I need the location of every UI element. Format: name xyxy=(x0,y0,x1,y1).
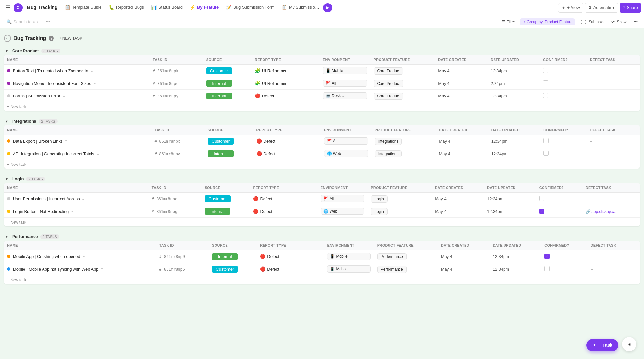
env-text: Web xyxy=(333,151,341,156)
confirmed-cell[interactable]: ✓ xyxy=(536,205,582,218)
table-row[interactable]: Button Text | Truncated when Zoomed In ≡… xyxy=(4,65,640,77)
confirmed-checkbox[interactable] xyxy=(543,151,549,156)
confirmed-checkbox[interactable] xyxy=(539,196,544,201)
task-table-core-product: NAME TASK ID SOURCE REPORT TYPE ENVIRONM… xyxy=(4,55,640,111)
defect-task-link[interactable]: 🔗 app.clickup.c… xyxy=(586,209,618,214)
group-section-integrations: ▾ Integrations 2 TASKS NAME TASK ID SOUR… xyxy=(4,116,640,169)
sidebar-toggle[interactable]: ☰ xyxy=(3,3,13,13)
date-updated-value: 12:34pm xyxy=(487,196,504,201)
confirmed-cell[interactable] xyxy=(540,147,587,160)
table-row[interactable]: Mobile App | Crashing when opened ≡ # 86… xyxy=(4,250,640,263)
feature-badge: Performance xyxy=(377,266,407,273)
group-header-integrations[interactable]: ▾ Integrations 2 TASKS xyxy=(4,116,640,125)
task-menu-icon[interactable]: ≡ xyxy=(82,197,84,201)
table-row[interactable]: API Integration | Generating Incorrect T… xyxy=(4,147,640,160)
task-name-text: Navigation Menu | Inconsistent Font Size… xyxy=(13,81,91,86)
group-by-button[interactable]: ⊙ Group by: Product Feature xyxy=(520,18,575,25)
table-row[interactable]: Forms | Submission Error ≡ # 861mr8npy I… xyxy=(4,90,640,102)
page-title: Bug Tracking xyxy=(14,35,46,41)
environment-cell: 📱 Mobile xyxy=(324,250,374,263)
report-type-icon: 🧩 xyxy=(255,68,260,73)
page-collapse-button[interactable]: ○ xyxy=(4,35,11,42)
fab-dots-button[interactable]: ⊞ xyxy=(622,337,636,351)
filter-button[interactable]: ☰ Filter xyxy=(499,18,518,25)
group-section-core-product: ▾ Core Product 3 TASKS NAME TASK ID SOUR… xyxy=(4,46,640,111)
more-options-button[interactable]: ••• xyxy=(631,18,640,25)
confirmed-checkbox[interactable]: ✓ xyxy=(544,254,550,259)
view-button[interactable]: ＋ + View xyxy=(558,3,583,13)
confirmed-checkbox[interactable] xyxy=(543,138,549,143)
group-count-core-product: 3 TASKS xyxy=(41,49,60,53)
task-menu-icon[interactable]: ≡ xyxy=(63,94,65,98)
group-header-performance[interactable]: ▾ Performance 2 TASKS xyxy=(4,232,640,241)
nav-expand-btn[interactable]: ▶ xyxy=(323,3,332,12)
search-box[interactable]: 🔍 Search tasks... ••• xyxy=(4,18,53,25)
nav-tab-by-feature[interactable]: ⚡ By Feature xyxy=(187,0,222,15)
confirmed-cell[interactable] xyxy=(541,263,587,275)
fab-task-button[interactable]: ＋ + Task xyxy=(586,339,618,351)
confirmed-cell[interactable] xyxy=(536,193,582,205)
nav-tab-template-guide[interactable]: 📋 Template Guide xyxy=(62,0,105,15)
date-updated-value: 2:24pm xyxy=(491,81,505,86)
report-type-icon: 🔴 xyxy=(256,138,262,144)
group-name-login: Login xyxy=(12,176,24,181)
task-menu-icon[interactable]: ≡ xyxy=(101,267,103,271)
confirmed-cell[interactable] xyxy=(540,65,587,77)
confirmed-cell[interactable]: ✓ xyxy=(541,250,587,263)
new-task-row[interactable]: + New task xyxy=(4,102,640,111)
task-status-dot xyxy=(7,255,10,258)
subtasks-button[interactable]: ⋮⋮ Subtasks xyxy=(577,18,607,25)
date-created-cell: May 4 xyxy=(435,77,487,90)
new-task-inline-btn[interactable]: + New task xyxy=(7,105,26,109)
task-menu-icon[interactable]: ≡ xyxy=(97,152,99,155)
table-row[interactable]: Navigation Menu | Inconsistent Font Size… xyxy=(4,77,640,90)
task-id-value: # 861mr8np5 xyxy=(159,267,185,272)
group-header-login[interactable]: ▾ Login 2 TASKS xyxy=(4,174,640,183)
table-row[interactable]: Mobile | Mobile App not syncing with Web… xyxy=(4,263,640,275)
confirmed-cell[interactable] xyxy=(540,77,587,90)
defect-task-cell: – xyxy=(587,65,640,77)
new-task-row[interactable]: + New task xyxy=(4,218,640,227)
task-status-dot xyxy=(7,82,10,85)
info-icon[interactable]: i xyxy=(49,36,54,41)
nav-tab-status-board[interactable]: 📊 Status Board xyxy=(148,0,186,15)
task-menu-icon[interactable]: ≡ xyxy=(94,81,96,85)
confirmed-checkbox[interactable] xyxy=(543,68,548,73)
confirmed-cell[interactable] xyxy=(540,90,587,102)
nav-tab-my-submissions[interactable]: 📋 My Submissio… xyxy=(278,0,322,15)
task-menu-icon[interactable]: ≡ xyxy=(65,139,67,143)
task-menu-icon[interactable]: ≡ xyxy=(91,69,93,73)
share-button[interactable]: ⤴ Share xyxy=(620,3,641,13)
new-task-inline-btn[interactable]: + New task xyxy=(7,162,26,167)
confirmed-checkbox[interactable] xyxy=(543,93,548,98)
env-icon: 📱 xyxy=(330,267,335,271)
new-task-inline-btn[interactable]: + New task xyxy=(7,278,26,282)
date-updated-cell: 12:34pm xyxy=(488,147,540,160)
source-cell: Internal xyxy=(205,147,253,160)
env-icon: 💻 xyxy=(326,94,331,98)
confirmed-checkbox[interactable] xyxy=(543,80,548,85)
automate-button[interactable]: ⚙ Automate ▾ xyxy=(585,3,619,13)
nav-tab-bug-submission[interactable]: 📝 Bug Submission Form xyxy=(223,0,278,15)
table-row[interactable]: User Permissions | Incorrect Access ≡ # … xyxy=(4,193,640,205)
top-nav: ☰ C Bug Tracking 📋 Template Guide 🐛 Repo… xyxy=(0,0,644,15)
new-task-row[interactable]: + New task xyxy=(4,160,640,169)
table-row[interactable]: Login Button | Not Redirecting ≡ # 861mr… xyxy=(4,205,640,218)
confirmed-checkbox[interactable]: ✓ xyxy=(539,209,544,214)
date-updated-value: 12:34pm xyxy=(491,139,508,144)
show-button[interactable]: 👁 Show xyxy=(609,18,629,25)
reported-bugs-icon: 🐛 xyxy=(109,5,114,10)
task-menu-icon[interactable]: ≡ xyxy=(71,209,73,213)
env-icon: 🌐 xyxy=(327,151,332,156)
group-header-core-product[interactable]: ▾ Core Product 3 TASKS xyxy=(4,46,640,55)
feature-cell: Performance xyxy=(374,250,438,263)
table-row[interactable]: Data Export | Broken Links ≡ # 861mr8npx… xyxy=(4,135,640,147)
confirmed-cell[interactable] xyxy=(540,135,587,147)
new-task-row[interactable]: + New task xyxy=(4,275,640,284)
report-type-icon: 🧩 xyxy=(255,81,260,86)
confirmed-checkbox[interactable] xyxy=(544,266,550,271)
new-task-inline-btn[interactable]: + New task xyxy=(7,220,26,224)
task-menu-icon[interactable]: ≡ xyxy=(83,254,85,258)
new-task-button[interactable]: + NEW TASK xyxy=(56,35,85,42)
nav-tab-reported-bugs[interactable]: 🐛 Reported Bugs xyxy=(105,0,147,15)
